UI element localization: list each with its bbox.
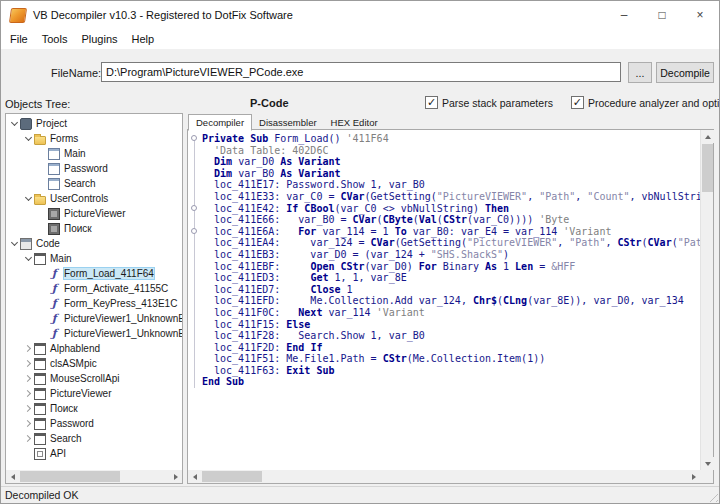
tree-item-pictureviewer[interactable]: PictureViewer: [6, 206, 182, 221]
chevron-right-icon[interactable]: [24, 389, 33, 398]
fold-marker-icon[interactable]: [191, 228, 197, 234]
menu-tools[interactable]: Tools: [35, 31, 75, 47]
tree-item-label: Main: [64, 148, 86, 159]
code-vscroll-thumb[interactable]: [702, 144, 713, 192]
fold-gutter: [188, 295, 202, 307]
tree-item-label: Main: [50, 253, 72, 264]
tree-item-pictureviewer1-unknownevent-a[interactable]: ƒPictureViewer1_UnknownEvent_A: [6, 326, 182, 341]
code-segment: CVar: [371, 237, 395, 249]
down-arrow-icon: [705, 462, 711, 466]
tree-item-label: Поиск: [50, 403, 78, 414]
scroll-left-icon[interactable]: [6, 470, 19, 483]
code-line-11: loc_411EBF: Open CStr(var_D0) For Binary…: [188, 261, 700, 273]
checkbox-icon[interactable]: ✓: [425, 96, 438, 109]
scroll-right-button[interactable]: [687, 470, 700, 483]
code-segment: loc_411F15:: [202, 319, 286, 331]
checkbox-icon[interactable]: ✓: [571, 96, 584, 109]
filename-input[interactable]: [101, 62, 621, 82]
scroll-down-button[interactable]: [701, 457, 714, 470]
code-segment: loc_411ED3:: [202, 272, 310, 284]
code-segment: Form_Load(): [268, 133, 346, 145]
checkbox-option-1[interactable]: ✓Procedure analyzer and optimizer: [571, 96, 720, 109]
tree-item-label: Form_KeyPress_413E1C: [64, 298, 177, 309]
fold-gutter: [188, 353, 202, 365]
code-line-20: loc_411F63: Exit Sub: [188, 365, 700, 377]
decompile-button[interactable]: Decompile: [656, 62, 714, 83]
tree-item--[interactable]: Поиск: [6, 221, 182, 236]
menu-help[interactable]: Help: [125, 31, 162, 47]
chevron-right-icon[interactable]: [24, 404, 33, 413]
objects-tree: ProjectFormsMainPasswordSearchUserContro…: [6, 116, 182, 470]
tree-spacer: [38, 299, 47, 308]
chevron-right-icon[interactable]: [24, 344, 33, 353]
fold-marker-icon[interactable]: [191, 205, 197, 211]
tree-item-form-activate-41155c[interactable]: ƒForm_Activate_41155C: [6, 281, 182, 296]
chevron-down-icon[interactable]: [10, 239, 19, 248]
browse-button[interactable]: ...: [628, 62, 652, 83]
code-segment: CStr: [383, 353, 407, 365]
scroll-right-icon[interactable]: [169, 470, 182, 483]
tree-item-clsasmpic[interactable]: clsASMpic: [6, 356, 182, 371]
tree-item-password[interactable]: Password: [6, 161, 182, 176]
fold-gutter: [188, 330, 202, 342]
code-line-16: loc_411F15: Else: [188, 319, 700, 331]
tree-item-search[interactable]: Search: [6, 431, 182, 446]
chevron-down-icon[interactable]: [24, 254, 33, 263]
code-vertical-scrollbar[interactable]: [700, 130, 713, 470]
scroll-up-button[interactable]: [701, 130, 714, 143]
tab-disassembler[interactable]: Disassembler: [252, 115, 324, 130]
checkbox-option-0[interactable]: ✓Parse stack parameters: [425, 96, 553, 109]
code-segment: 1, 1, var_8E: [328, 272, 406, 284]
code-hscroll-thumb[interactable]: [202, 471, 262, 482]
tree-item-label: MouseScrollApi: [50, 373, 119, 384]
maximize-button[interactable]: □: [643, 1, 681, 29]
chevron-down-icon[interactable]: [24, 194, 33, 203]
tree-item-search[interactable]: Search: [6, 176, 182, 191]
chevron-right-icon[interactable]: [24, 419, 33, 428]
fold-marker-icon[interactable]: [191, 135, 197, 141]
tab-decompiler[interactable]: Decompiler: [188, 114, 252, 131]
tree-item-api[interactable]: API: [6, 446, 182, 461]
control-icon: [48, 223, 60, 235]
tree-item-form-load-411f64[interactable]: ƒForm_Load_411F64: [6, 266, 182, 281]
objects-tree-pane[interactable]: ProjectFormsMainPasswordSearchUserContro…: [5, 113, 183, 484]
tree-item-mousescrollapi[interactable]: MouseScrollApi: [6, 371, 182, 386]
tree-item-pictureviewer[interactable]: PictureViewer: [6, 386, 182, 401]
chevron-down-icon[interactable]: [10, 119, 19, 128]
menu-plugins[interactable]: Plugins: [74, 31, 124, 47]
tree-item-main[interactable]: Main: [6, 146, 182, 161]
resize-grip-icon[interactable]: [706, 490, 718, 502]
scrollbar-corner: [700, 470, 713, 483]
tree-horizontal-scrollbar[interactable]: [6, 470, 182, 483]
code-segment: (Me.Collection.Item(1)): [407, 353, 545, 365]
tree-item-main[interactable]: Main: [6, 251, 182, 266]
tree-item--[interactable]: Поиск: [6, 401, 182, 416]
code-segment: "Path": [569, 237, 605, 249]
chevron-right-icon[interactable]: [24, 359, 33, 368]
proc-icon: ƒ: [48, 313, 60, 325]
chevron-right-icon[interactable]: [24, 434, 33, 443]
tree-item-usercontrols[interactable]: UserControls: [6, 191, 182, 206]
code-segment: 'Variant: [563, 226, 611, 238]
proc-icon: ƒ: [48, 328, 60, 340]
chevron-right-icon[interactable]: [24, 374, 33, 383]
tree-item-project[interactable]: Project: [6, 116, 182, 131]
code-segment: loc_411F51: Me.File1.Path =: [202, 353, 383, 365]
tree-item-alphablend[interactable]: Alphablend: [6, 341, 182, 356]
chevron-down-icon[interactable]: [24, 134, 33, 143]
tree-item-form-keypress-413e1c[interactable]: ƒForm_KeyPress_413E1C: [6, 296, 182, 311]
tab-hex-editor[interactable]: HEX Editor: [324, 115, 385, 130]
code-horizontal-scrollbar[interactable]: [188, 470, 700, 483]
tree-item-code[interactable]: Code: [6, 236, 182, 251]
tree-item-label: Forms: [50, 133, 78, 144]
tree-item-password[interactable]: Password: [6, 416, 182, 431]
close-button[interactable]: ×: [681, 1, 719, 29]
scroll-left-button[interactable]: [188, 470, 201, 483]
tree-item-pictureviewer1-unknownevent-5[interactable]: ƒPictureViewer1_UnknownEvent_5: [6, 311, 182, 326]
tree-item-forms[interactable]: Forms: [6, 131, 182, 146]
menu-file[interactable]: File: [3, 31, 35, 47]
decompiler-view[interactable]: Private Sub Form_Load() '411F64 'Data Ta…: [187, 129, 714, 484]
minimize-button[interactable]: –: [605, 1, 643, 29]
tree-hscroll-thumb[interactable]: [20, 471, 120, 482]
module-icon: [34, 343, 46, 355]
